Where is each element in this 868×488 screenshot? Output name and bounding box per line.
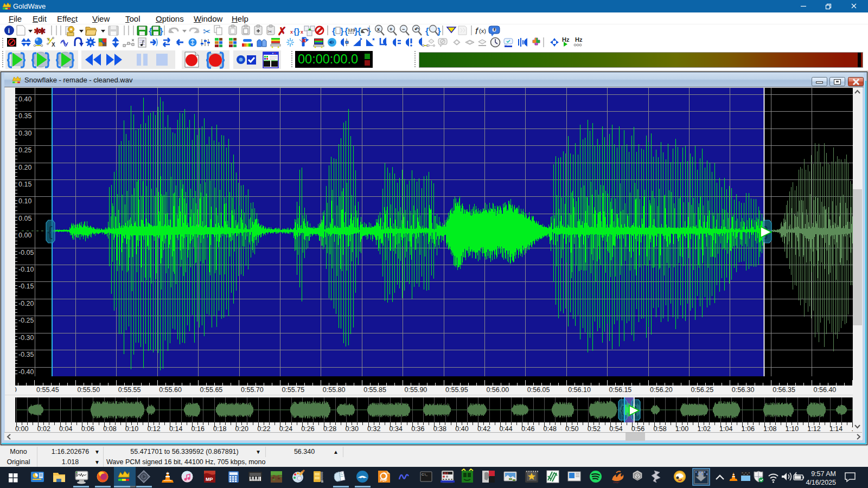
svg-text:PDF: PDF [380,478,387,482]
svg-text:9:57 AM: 9:57 AM [811,470,836,478]
svg-text:88:8: 88:8 [443,472,448,475]
svg-text:Chirp!!: Chirp!! [613,481,620,484]
svg-text:4/16/2025: 4/16/2025 [806,479,836,486]
svg-text:MP: MP [206,477,213,482]
svg-text:C:\_: C:\_ [422,473,428,476]
